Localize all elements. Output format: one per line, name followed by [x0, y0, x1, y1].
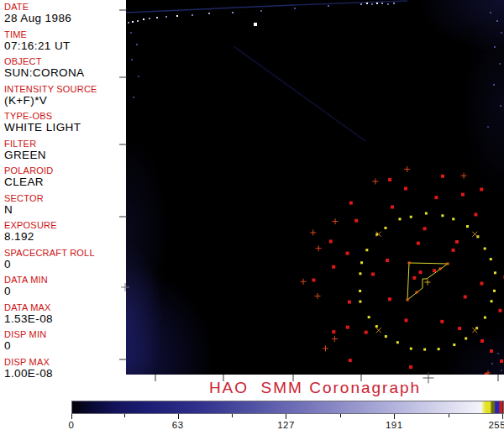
colorbar-tick [71, 414, 72, 419]
sidebar-field: TIME07:16:21 UT [4, 29, 126, 52]
sidebar-field: DATA MAX1.53E-08 [4, 302, 126, 325]
field-label: DATE [4, 2, 126, 12]
coronagraph-image [126, 0, 504, 375]
colorbar-tick-label: 255 [488, 420, 504, 430]
colorbar-tick-label: 0 [69, 420, 75, 430]
field-value: (K+F)*V [4, 94, 126, 107]
footer-title: HAO SMM Coronagraph [126, 380, 504, 396]
colorbar-tick [502, 414, 503, 419]
colorbar-ticks: 063127191255 [71, 414, 503, 430]
field-value: 1.00E-08 [4, 367, 126, 380]
field-value: SUN:CORONA [4, 66, 126, 79]
sidebar-field: SECTORN [4, 193, 126, 216]
colorbar-tick-label: 127 [277, 420, 295, 430]
field-label: EXPOSURE [4, 220, 126, 230]
field-label: OBJECT [4, 56, 126, 66]
field-value: 0 [4, 258, 126, 270]
field-value: CLEAR [4, 176, 126, 188]
field-label: DATA MIN [4, 275, 126, 285]
sidebar-field: TYPE-OBSWHITE LIGHT [4, 111, 126, 134]
sidebar-field: OBJECTSUN:CORONA [4, 56, 126, 79]
colorbar [71, 401, 504, 414]
field-value: 0 [4, 285, 126, 297]
field-label: DATA MAX [4, 302, 126, 312]
colorbar-tick [394, 414, 395, 419]
field-label: SPACECRAFT ROLL [4, 248, 126, 258]
field-value: N [4, 203, 126, 216]
sidebar-field: DATA MIN0 [4, 275, 126, 297]
field-value: 1.53E-08 [4, 312, 126, 325]
metadata-sidebar: DATE28 Aug 1986TIME07:16:21 UTOBJECTSUN:… [0, 0, 126, 375]
field-label: TIME [4, 29, 126, 39]
overlay-svg [126, 0, 504, 375]
sidebar-field: SPACECRAFT ROLL0 [4, 248, 126, 270]
colorbar-tick [178, 414, 179, 419]
sidebar-field: POLAROIDCLEAR [4, 165, 126, 188]
field-value: 8.192 [4, 230, 126, 243]
field-label: TYPE-OBS [4, 111, 126, 121]
colorbar-minor-tick [124, 414, 125, 417]
sidebar-field: INTENSITY SOURCE(K+F)*V [4, 84, 126, 107]
colorbar-tick-label: 191 [386, 420, 403, 430]
field-value: WHITE LIGHT [4, 121, 126, 134]
field-value: 28 Aug 1986 [4, 12, 126, 24]
field-label: SECTOR [4, 193, 126, 203]
field-value: GREEN [4, 149, 126, 161]
field-value: 07:16:21 UT [4, 39, 126, 52]
colorbar-minor-tick [340, 414, 341, 417]
colorbar-minor-tick [449, 414, 449, 417]
field-label: INTENSITY SOURCE [4, 84, 126, 94]
colorbar-minor-tick [232, 414, 233, 417]
colorbar-tick-label: 63 [172, 420, 184, 430]
field-label: DISP MIN [4, 329, 126, 339]
field-label: DISP MAX [4, 357, 126, 367]
field-label: FILTER [4, 139, 126, 149]
sidebar-field: DISP MIN0 [4, 329, 126, 352]
sidebar-field: DISP MAX1.00E-08 [4, 357, 126, 380]
sidebar-field: EXPOSURE8.192 [4, 220, 126, 243]
field-value: 0 [4, 339, 126, 352]
colorbar-tick [286, 414, 286, 419]
sidebar-field: FILTERGREEN [4, 139, 126, 161]
field-label: POLAROID [4, 165, 126, 176]
sidebar-field: DATE28 Aug 1986 [4, 2, 126, 24]
